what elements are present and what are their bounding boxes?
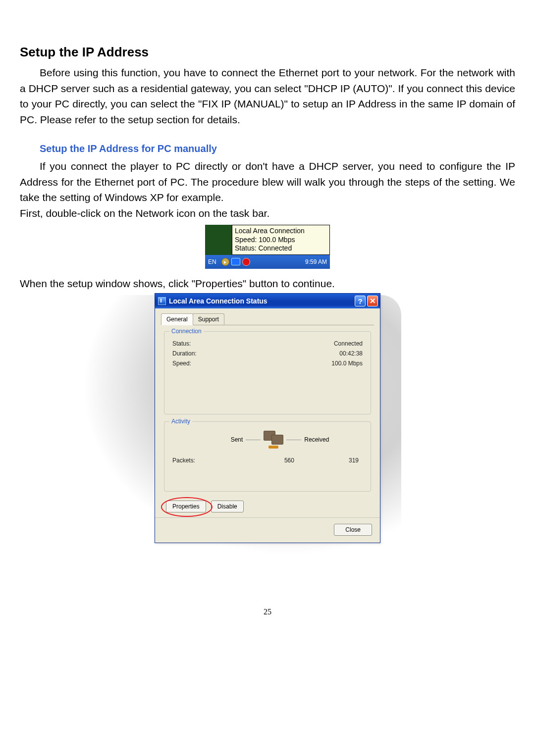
paragraph-3: First, double-click on the Network icon … — [20, 205, 515, 221]
tab-support[interactable]: Support — [193, 313, 224, 325]
disable-button[interactable]: Disable — [211, 501, 244, 512]
subheading: Setup the IP Address for PC manually — [20, 143, 515, 154]
divider-line — [286, 440, 301, 440]
tab-general[interactable]: General — [161, 313, 193, 325]
properties-button[interactable]: Properties — [166, 501, 206, 512]
speed-label: Speed: — [172, 360, 191, 367]
close-button[interactable]: ✕ — [367, 296, 378, 306]
group-activity: Activity Sent Received — [164, 421, 371, 492]
packets-received-value: 319 — [349, 457, 359, 464]
group-connection: Connection Status: Connected Duration: 0… — [164, 331, 371, 414]
system-tray: EN 9:59 AM — [205, 255, 330, 269]
status-value: Connected — [334, 340, 363, 347]
taskbar-screenshot: Local Area Connection Speed: 100.0 Mbps … — [205, 225, 330, 269]
tooltip-line-3: Status: Connected — [235, 244, 327, 253]
page-number: 25 — [20, 607, 515, 616]
packets-label: Packets: — [172, 457, 195, 464]
duration-value: 00:42:38 — [339, 350, 363, 357]
window-icon — [158, 297, 166, 305]
packets-sent-value: 560 — [284, 457, 294, 464]
duration-label: Duration: — [172, 350, 197, 357]
taskbar-tooltip: Local Area Connection Speed: 100.0 Mbps … — [232, 225, 330, 255]
close-dialog-button[interactable]: Close — [334, 524, 372, 536]
network-icon — [231, 258, 240, 265]
dialog-tabs: General Support — [161, 313, 374, 325]
page-heading: Setup the IP Address — [20, 45, 515, 60]
group-connection-legend: Connection — [169, 328, 204, 335]
paragraph-4: When the setup window shows, click "Prop… — [20, 276, 515, 292]
connection-status-dialog: Local Area Connection Status ? ✕ General… — [155, 293, 380, 543]
sent-label: Sent — [231, 436, 243, 443]
received-label: Received — [304, 436, 329, 443]
tooltip-line-1: Local Area Connection — [235, 227, 327, 236]
paragraph-2: If you connect the player to PC directly… — [20, 158, 515, 205]
help-button[interactable]: ? — [355, 296, 366, 306]
status-label: Status: — [172, 340, 191, 347]
activity-monitor-icon — [264, 431, 283, 449]
tab-panel-general: Connection Status: Connected Duration: 0… — [155, 325, 380, 517]
tray-alert-icon — [242, 258, 250, 266]
dialog-titlebar: Local Area Connection Status ? ✕ — [155, 294, 380, 308]
language-indicator: EN — [208, 258, 216, 265]
clock: 9:59 AM — [305, 258, 327, 265]
dialog-title: Local Area Connection Status — [169, 297, 268, 305]
tray-expand-icon — [221, 258, 229, 266]
group-activity-legend: Activity — [169, 418, 192, 425]
speed-value: 100.0 Mbps — [331, 360, 363, 367]
paragraph-1: Before using this function, you have to … — [20, 65, 515, 127]
tooltip-line-2: Speed: 100.0 Mbps — [235, 236, 327, 245]
divider-line — [246, 440, 261, 440]
